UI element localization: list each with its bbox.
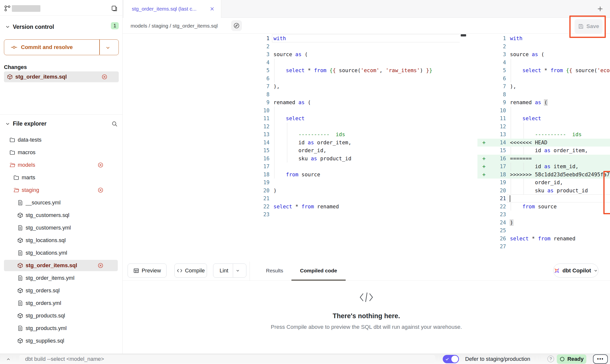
code-line-15[interactable]: 15 order_id, bbox=[253, 147, 465, 155]
code-line-12[interactable]: 12 bbox=[477, 123, 610, 131]
lint-dropdown-chevron-icon[interactable] bbox=[236, 268, 240, 273]
chevron-up-icon[interactable] bbox=[6, 357, 11, 362]
file-explorer-item-stg_customers.yml[interactable]: stg_customers.yml bbox=[0, 222, 122, 234]
code-line-16[interactable]: 16 sku as product_id bbox=[253, 155, 465, 163]
code-line-14[interactable]: 14 id as order_item, bbox=[253, 139, 465, 147]
copy-icon[interactable] bbox=[111, 5, 118, 12]
code-line-7[interactable]: 7), bbox=[477, 83, 610, 91]
code-line-17[interactable]: 17 bbox=[253, 163, 465, 171]
file-explorer-item-stg_orders.sql[interactable]: stg_orders.sql bbox=[0, 284, 122, 297]
file-explorer-item-stg_locations.sql[interactable]: stg_locations.sql bbox=[0, 234, 122, 247]
code-line-14[interactable]: +14<<<<<<< HEAD bbox=[477, 139, 610, 147]
commit-and-resolve-button[interactable]: Commit and resolve bbox=[4, 39, 119, 55]
file-explorer-item-stg_locations.yml[interactable]: stg_locations.yml bbox=[0, 247, 122, 259]
code-line-12[interactable]: 12 bbox=[253, 123, 465, 131]
code-line-18[interactable]: +18>>>>>>> 58c1dd23d5eebd9cd2495fa7124ab… bbox=[477, 171, 610, 179]
code-line-27[interactable]: 27 bbox=[477, 243, 610, 251]
code-line-21[interactable]: 21 bbox=[477, 195, 610, 203]
code-line-3[interactable]: 3source as ( bbox=[477, 50, 610, 59]
code-line-4[interactable]: 4 bbox=[477, 59, 610, 67]
code-line-22[interactable]: 22select * from renamed bbox=[253, 203, 465, 211]
code-line-2[interactable]: 2 bbox=[253, 43, 465, 51]
save-button[interactable]: Save bbox=[575, 19, 603, 33]
file-explorer-item-stg_order_items.sql[interactable]: stg_order_items.sql bbox=[0, 259, 122, 272]
file-explorer-item-stg_orders.yml[interactable]: stg_orders.yml bbox=[0, 297, 122, 310]
code-line-13[interactable]: 13 ---------- ids bbox=[253, 131, 465, 139]
code-line-2[interactable]: 2 bbox=[477, 43, 610, 51]
discard-change-icon[interactable] bbox=[98, 263, 103, 268]
file-explorer-item-stg_products.yml[interactable]: stg_products.yml bbox=[0, 322, 122, 335]
code-line-19[interactable]: 19 bbox=[253, 179, 465, 187]
code-line-3[interactable]: 3source as ( bbox=[253, 50, 465, 59]
more-options-button[interactable]: ••• bbox=[593, 354, 608, 364]
compile-button[interactable]: Compile bbox=[174, 264, 207, 278]
code-line-1[interactable]: 1with bbox=[253, 34, 465, 43]
file-explorer-item-stg_order_items.yml[interactable]: stg_order_items.yml bbox=[0, 272, 122, 284]
tab-results[interactable]: Results bbox=[264, 262, 285, 280]
tab-close-icon[interactable] bbox=[210, 6, 215, 11]
code-line-22[interactable]: 22 from source bbox=[477, 203, 610, 211]
code-line-23[interactable]: 23 bbox=[253, 211, 465, 219]
file-explorer-item-marts[interactable]: marts bbox=[0, 171, 122, 184]
code-line-19[interactable]: 19 order_id, bbox=[477, 179, 610, 187]
file-explorer-item-__sources.yml[interactable]: __sources.yml bbox=[0, 197, 122, 209]
dbt-copilot-button[interactable]: dbt Copilot bbox=[553, 264, 598, 278]
code-line-20[interactable]: 20) bbox=[253, 187, 465, 195]
code-line-21[interactable]: 21 bbox=[253, 195, 465, 203]
preview-button[interactable]: Preview bbox=[128, 264, 167, 278]
new-tab-icon[interactable] bbox=[597, 5, 604, 12]
version-control-chevron-icon[interactable] bbox=[5, 24, 10, 30]
code-line-11[interactable]: 11 select bbox=[253, 115, 465, 123]
file-explorer-item-macros[interactable]: macros bbox=[0, 146, 122, 159]
code-line-5[interactable]: 5 select * from {{ source('ecom', 'raw_i… bbox=[253, 66, 465, 75]
file-explorer-item-stg_supplies.sql[interactable]: stg_supplies.sql bbox=[0, 335, 122, 347]
editor-pane-left[interactable]: 1with23source as (45 select * from {{ so… bbox=[253, 34, 465, 219]
code-line-4[interactable]: 4 bbox=[253, 59, 465, 67]
defer-toggle[interactable] bbox=[443, 355, 459, 363]
code-line-13[interactable]: 13 ---------- ids bbox=[477, 131, 610, 139]
file-explorer-item-models[interactable]: models bbox=[0, 159, 122, 171]
changed-file-row[interactable]: stg_order_items.sql bbox=[4, 71, 119, 82]
lint-button[interactable]: Lint bbox=[213, 264, 246, 278]
file-explorer-chevron-icon[interactable] bbox=[5, 121, 10, 127]
code-line-9[interactable]: 9renamed as ( bbox=[477, 99, 610, 107]
code-line-20[interactable]: 20 sku as product_id bbox=[477, 187, 610, 195]
code-line-9[interactable]: 9renamed as ( bbox=[253, 99, 465, 107]
help-icon[interactable]: ? bbox=[547, 356, 554, 362]
commit-dropdown-chevron-icon[interactable] bbox=[105, 45, 111, 50]
code-line-26[interactable]: 26select * from renamed bbox=[477, 235, 610, 243]
discard-change-icon[interactable] bbox=[98, 187, 103, 193]
file-explorer-item-stg_customers.sql[interactable]: stg_customers.sql bbox=[0, 209, 122, 222]
tab-compiled-code[interactable]: Compiled code bbox=[291, 262, 346, 280]
file-explorer-item-staging[interactable]: staging bbox=[0, 184, 122, 197]
code-line-23[interactable]: 23 bbox=[477, 211, 610, 219]
code-line-8[interactable]: 8 bbox=[477, 91, 610, 99]
tab-stg-order-items[interactable]: stg_order_items.sql (last c... bbox=[123, 0, 221, 18]
code-line-17[interactable]: +17 id as item_id, bbox=[477, 163, 610, 171]
code-line-18[interactable]: 18 from source bbox=[253, 171, 465, 179]
lineage-chip[interactable] bbox=[231, 20, 242, 31]
code-line-6[interactable]: 6 bbox=[477, 75, 610, 83]
editor-pane-right[interactable]: 1with23source as (45 select * from {{ so… bbox=[477, 34, 610, 251]
branch-icon[interactable] bbox=[4, 5, 11, 12]
discard-change-icon[interactable] bbox=[102, 74, 107, 80]
code-line-6[interactable]: 6 bbox=[253, 75, 465, 83]
discard-change-icon[interactable] bbox=[98, 162, 103, 168]
sidebar-top-bar bbox=[0, 0, 122, 16]
file-explorer-item-data-tests[interactable]: data-tests bbox=[0, 134, 122, 146]
code-line-7[interactable]: 7), bbox=[253, 83, 465, 91]
code-line-25[interactable]: 25 bbox=[477, 227, 610, 235]
code-line-10[interactable]: 10 bbox=[253, 107, 465, 115]
left-pane-scrollbar-thumb[interactable] bbox=[461, 34, 466, 36]
code-line-5[interactable]: 5 select * from {{ source('ecom', 'raw_i… bbox=[477, 66, 610, 75]
file-explorer-item-stg_products.sql[interactable]: stg_products.sql bbox=[0, 310, 122, 322]
code-line-10[interactable]: 10 bbox=[477, 107, 610, 115]
code-line-24[interactable]: 24) bbox=[477, 219, 610, 227]
code-line-1[interactable]: 1with bbox=[477, 34, 610, 43]
code-line-8[interactable]: 8 bbox=[253, 91, 465, 99]
code-line-15[interactable]: 15 id as order_item, bbox=[477, 147, 610, 155]
search-icon[interactable] bbox=[111, 121, 118, 127]
code-line-16[interactable]: +16======= bbox=[477, 155, 610, 163]
command-input[interactable]: dbt build --select <model_name> bbox=[19, 355, 435, 363]
code-line-11[interactable]: 11 select bbox=[477, 115, 610, 123]
